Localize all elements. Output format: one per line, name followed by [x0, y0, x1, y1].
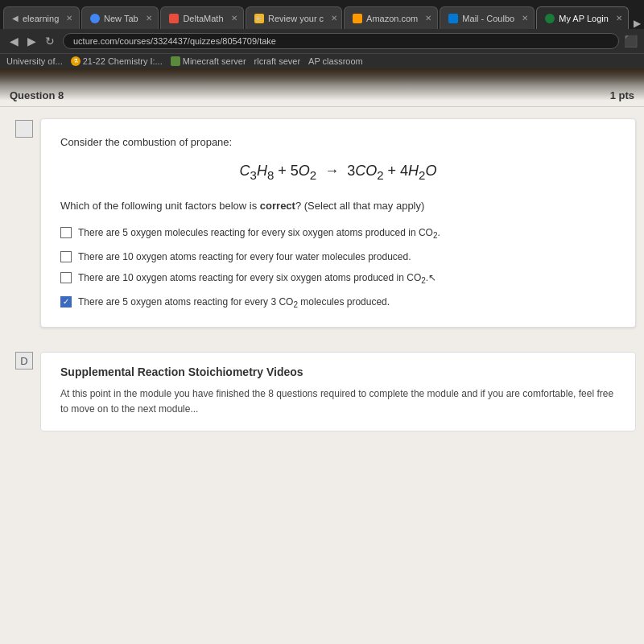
tab-label: DeltaMath — [183, 14, 223, 23]
supplemental-text: At this point in the module you have fin… — [60, 386, 616, 417]
answer-choice-d: There are 5 oxygen atoms reacting for ev… — [60, 295, 616, 311]
tab-mail[interactable]: Mail - Coulbo ✕ — [440, 6, 535, 29]
supplemental-marker: D — [15, 352, 33, 369]
tab-bar: ◀ elearning ✕ New Tab ✕ DeltaMath ✕ ✳ Re… — [0, 0, 644, 29]
choice-d-text: There are 5 oxygen atoms reacting for ev… — [78, 295, 390, 311]
bookmark-icon-chemistry: ⚗ — [71, 56, 80, 66]
tab-amazon[interactable]: Amazon.com ✕ — [344, 6, 438, 29]
tab-favicon-review: ✳ — [254, 14, 264, 23]
tab-review[interactable]: ✳ Review your c ✕ — [246, 6, 342, 29]
tab-close-icon[interactable]: ✕ — [425, 14, 431, 23]
top-photo-gradient — [0, 68, 644, 85]
tab-deltamath[interactable]: DeltaMath ✕ — [160, 6, 244, 29]
browser-chrome: ◀ elearning ✕ New Tab ✕ DeltaMath ✕ ✳ Re… — [0, 0, 644, 68]
tab-label: elearning — [23, 14, 59, 23]
bookmark-chemistry[interactable]: ⚗ 21-22 Chemistry I:... — [71, 56, 163, 66]
tab-elearning[interactable]: ◀ elearning ✕ — [3, 6, 80, 29]
question-section: Consider the combustion of propane: C3H8… — [0, 107, 644, 339]
tab-new-tab[interactable]: New Tab ✕ — [81, 6, 159, 29]
supplemental-section: D Supplemental Reaction Stoichiometry Vi… — [0, 339, 644, 439]
choice-a-text: There are 5 oxygen molecules reacting fo… — [78, 226, 440, 242]
tab-favicon-mail — [448, 14, 458, 23]
checkbox-b[interactable] — [60, 251, 72, 262]
address-bar[interactable]: ucture.com/courses/3324437/quizzes/80547… — [63, 33, 619, 49]
tab-close-icon[interactable]: ✕ — [66, 14, 72, 23]
prompt-bold: correct — [260, 200, 295, 212]
tab-favicon-myap — [545, 14, 555, 23]
cursor: ↖ — [428, 271, 436, 285]
checkbox-c[interactable] — [60, 272, 72, 283]
tab-favicon-new-tab — [90, 14, 100, 23]
question-points: 1 pts — [610, 89, 634, 101]
tab-favicon-deltamath — [169, 14, 179, 23]
answer-choices: There are 5 oxygen molecules reacting fo… — [60, 226, 616, 311]
checkbox-d[interactable] — [60, 296, 72, 308]
bookmark-minecraft[interactable]: Minecraft server — [171, 56, 246, 66]
tab-close-icon[interactable]: ✕ — [146, 14, 152, 23]
question-card: Consider the combustion of propane: C3H8… — [40, 118, 636, 328]
question-header: Question 8 1 pts — [0, 85, 644, 107]
question-content: Consider the combustion of propane: C3H8… — [40, 112, 636, 334]
bookmark-icon-minecraft — [171, 56, 180, 66]
equation-area: C3H8 + 5O2 → 3CO2 + 4H2O — [60, 163, 616, 182]
bookmarks-bar: University of... ⚗ 21-22 Chemistry I:...… — [0, 53, 644, 68]
question-number: Question 8 — [10, 89, 64, 101]
bookmark-ap-classroom[interactable]: AP classroom — [308, 56, 363, 66]
supplemental-card: Supplemental Reaction Stoichiometry Vide… — [40, 352, 636, 431]
bookmark-rlcraft[interactable]: rlcraft sever — [254, 56, 300, 66]
page-content: Question 8 1 pts Consider the combustion… — [0, 68, 644, 644]
supplemental-content: Supplemental Reaction Stoichiometry Vide… — [40, 344, 636, 431]
tab-favicon-amazon — [353, 14, 362, 23]
bookmark-university[interactable]: University of... — [6, 56, 63, 66]
tab-close-icon[interactable]: ✕ — [231, 14, 237, 23]
choice-c-text: There are 10 oxygen atoms reacting for e… — [78, 271, 436, 287]
question-prompt: Which of the following unit factors belo… — [60, 198, 616, 214]
marker-box — [15, 120, 33, 138]
extensions-icon[interactable]: ⬛ — [624, 35, 638, 47]
left-marker-question — [8, 112, 40, 138]
answer-choice-a: There are 5 oxygen molecules reacting fo… — [60, 226, 616, 242]
answer-choice-b: There are 10 oxygen atoms reacting for e… — [60, 250, 616, 264]
forward-button[interactable]: ▶ — [24, 33, 39, 49]
choice-b-text: There are 10 oxygen atoms reacting for e… — [78, 250, 411, 264]
tab-close-icon[interactable]: ✕ — [616, 14, 622, 23]
equation: C3H8 + 5O2 → 3CO2 + 4H2O — [240, 163, 437, 179]
nav-buttons: ◀ ▶ ↻ — [6, 33, 58, 49]
answer-choice-c: There are 10 oxygen atoms reacting for e… — [60, 271, 616, 287]
reload-button[interactable]: ↻ — [42, 33, 58, 49]
left-marker-supplemental: D — [8, 344, 40, 369]
tab-label: Mail - Coulbo — [462, 14, 514, 23]
supplemental-title: Supplemental Reaction Stoichiometry Vide… — [60, 365, 616, 378]
address-bar-row: ◀ ▶ ↻ ucture.com/courses/3324437/quizzes… — [0, 29, 644, 53]
tab-close-icon[interactable]: ✕ — [522, 14, 528, 23]
tab-label: New Tab — [104, 14, 138, 23]
tab-label: Amazon.com — [366, 14, 418, 23]
new-tab-button[interactable]: ▶ — [634, 18, 641, 29]
tab-label: My AP Login — [559, 14, 609, 23]
tab-myap[interactable]: My AP Login ✕ — [536, 6, 629, 29]
tab-close-icon[interactable]: ✕ — [331, 14, 337, 23]
question-context: Consider the combustion of propane: — [60, 135, 616, 150]
back-button[interactable]: ◀ — [6, 33, 22, 49]
checkbox-a[interactable] — [60, 227, 72, 238]
tab-label: Review your c — [268, 14, 324, 23]
